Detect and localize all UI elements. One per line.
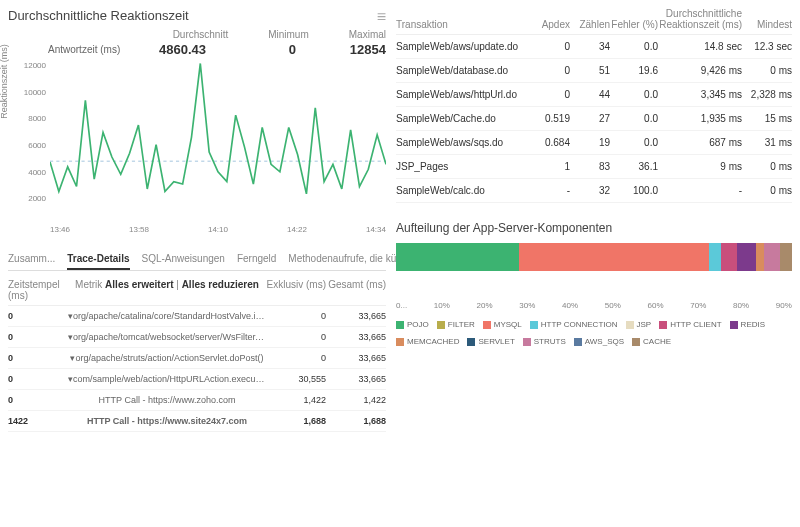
th-errors[interactable]: Fehler (%) <box>610 19 658 30</box>
chart-menu-icon[interactable]: ≡ <box>377 8 386 26</box>
th-transaction[interactable]: Transaktion <box>396 19 534 30</box>
th-total: Gesamt (ms) <box>326 279 386 301</box>
val-max: 12854 <box>336 42 386 57</box>
th-timestamp: Zeitstempel (ms) <box>8 279 68 301</box>
components-bar-chart <box>396 243 792 271</box>
legend-item[interactable]: REDIS <box>730 320 765 329</box>
trace-row[interactable]: 0▾org/apache/catalina/core/StandardHostV… <box>8 306 386 327</box>
transaction-row[interactable]: SampleWeb/Cache.do0.519270.01,935 ms15 m… <box>396 107 792 131</box>
th-metric: Metrik <box>75 279 102 290</box>
legend-item[interactable]: MEMCACHED <box>396 337 459 346</box>
trace-row[interactable]: 0▾com/sample/web/action/HttpURLAction.ex… <box>8 369 386 390</box>
bar-segment <box>756 243 764 271</box>
legend-item[interactable]: HTTP CONNECTION <box>530 320 618 329</box>
legend-item[interactable]: STRUTS <box>523 337 566 346</box>
chart-title: Durchschnittliche Reaktionszeit <box>8 8 386 23</box>
legend-item[interactable]: MYSQL <box>483 320 522 329</box>
y-axis-label: Reaktionszeit (ms) <box>0 44 9 119</box>
col-avg: Durchschnitt <box>173 29 229 40</box>
trace-row[interactable]: 0▾org/apache/struts/action/ActionServlet… <box>8 348 386 369</box>
col-max: Maximal <box>349 29 386 40</box>
response-label: Antwortzeit (ms) <box>48 44 120 55</box>
detail-tabs: Zusamm... Trace-Details SQL-Anweisungen … <box>8 249 386 271</box>
collapse-all[interactable]: Alles reduzieren <box>182 279 259 290</box>
bar-segment <box>396 243 519 271</box>
legend-item[interactable]: POJO <box>396 320 429 329</box>
bar-segment <box>737 243 757 271</box>
legend-item[interactable]: CACHE <box>632 337 671 346</box>
bar-segment <box>519 243 709 271</box>
th-min[interactable]: Mindest <box>742 19 792 30</box>
response-time-chart: Reaktionszeit (ms) 120001000080006000400… <box>8 61 386 241</box>
trace-row[interactable]: 1422HTTP Call - https://www.site24x7.com… <box>8 411 386 432</box>
components-title: Aufteilung der App-Server-Komponenten <box>396 221 792 235</box>
legend-item[interactable]: FILTER <box>437 320 475 329</box>
bar-segment <box>709 243 721 271</box>
val-avg: 4860.43 <box>156 42 206 57</box>
col-min: Minimum <box>268 29 309 40</box>
transaction-row[interactable]: SampleWeb/database.do05119.69,426 ms0 ms <box>396 59 792 83</box>
bar-segment <box>780 243 792 271</box>
transaction-row[interactable]: SampleWeb/aws/update.do0340.014.8 sec12.… <box>396 35 792 59</box>
bar-segment <box>721 243 737 271</box>
tab-sql[interactable]: SQL-Anweisungen <box>142 249 225 270</box>
tab-summary[interactable]: Zusamm... <box>8 249 55 270</box>
th-apdex[interactable]: Apdex <box>534 19 570 30</box>
transaction-row[interactable]: SampleWeb/aws/sqs.do0.684190.0687 ms31 m… <box>396 131 792 155</box>
transaction-row[interactable]: JSP_Pages18336.19 ms0 ms <box>396 155 792 179</box>
bar-segment <box>764 243 780 271</box>
tab-remote[interactable]: Ferngeld <box>237 249 276 270</box>
th-count[interactable]: Zählen <box>570 19 610 30</box>
th-exclusive: Exklusiv (ms) <box>266 279 326 301</box>
legend-item[interactable]: AWS_SQS <box>574 337 624 346</box>
trace-row[interactable]: 0▾org/apache/tomcat/websocket/server/WsF… <box>8 327 386 348</box>
legend-item[interactable]: JSP <box>626 320 652 329</box>
legend-item[interactable]: SERVLET <box>467 337 514 346</box>
expand-all[interactable]: Alles erweitert <box>105 279 173 290</box>
th-avg[interactable]: Durchschnittliche Reaktionszeit (ms) <box>658 8 742 30</box>
val-min: 0 <box>246 42 296 57</box>
transaction-row[interactable]: SampleWeb/calc.do-32100.0-0 ms <box>396 179 792 203</box>
legend-item[interactable]: HTTP CLIENT <box>659 320 721 329</box>
transaction-row[interactable]: SampleWeb/aws/httpUrl.do0440.03,345 ms2,… <box>396 83 792 107</box>
tab-trace-details[interactable]: Trace-Details <box>67 249 129 270</box>
trace-row[interactable]: 0HTTP Call - https://www.zoho.com1,4221,… <box>8 390 386 411</box>
